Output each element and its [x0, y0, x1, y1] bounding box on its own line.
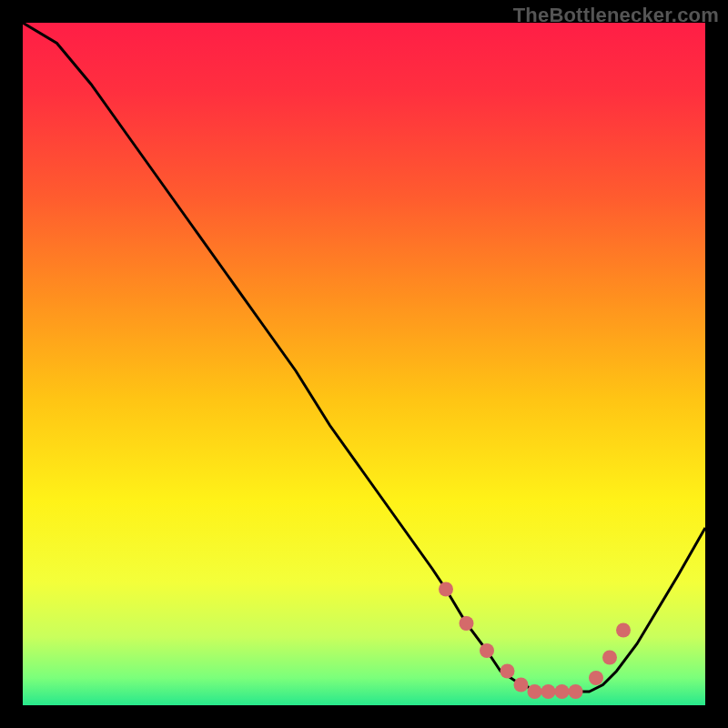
data-point — [480, 643, 494, 658]
data-point — [555, 684, 570, 699]
plot-area — [23, 23, 705, 705]
data-point — [460, 616, 474, 631]
chart-frame: TheBottlenecker.com — [0, 0, 728, 728]
data-point — [616, 623, 631, 638]
data-point — [528, 684, 542, 699]
data-point — [602, 651, 617, 665]
data-point — [541, 684, 556, 699]
gradient-background — [23, 23, 705, 705]
data-point — [569, 684, 583, 699]
data-point — [500, 664, 515, 679]
watermark-text: TheBottlenecker.com — [513, 4, 719, 27]
chart-svg — [23, 23, 705, 705]
data-point — [514, 678, 529, 693]
data-point — [589, 671, 603, 685]
data-point — [439, 582, 453, 597]
